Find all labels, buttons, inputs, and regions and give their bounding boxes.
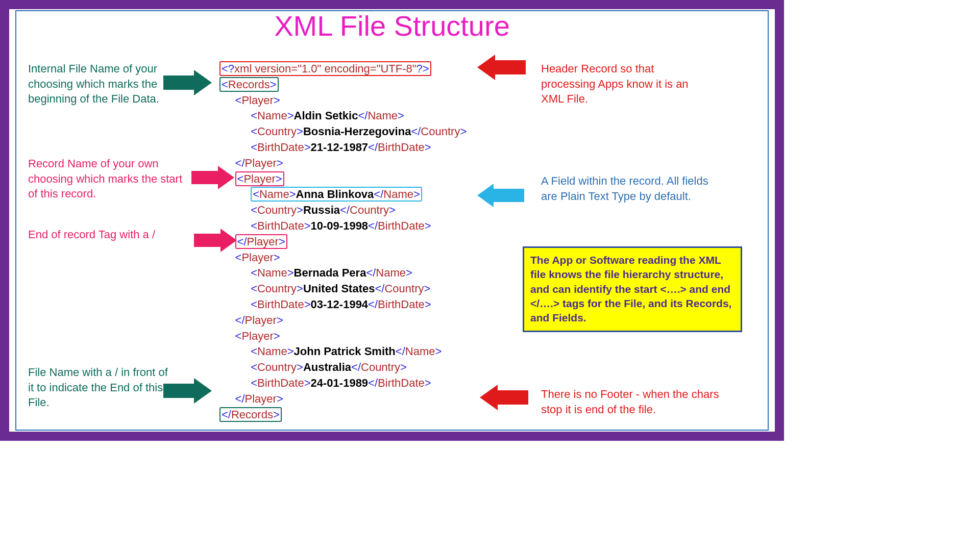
page-title: XML File Structure bbox=[0, 9, 784, 42]
annotation-end-record: End of record Tag with a / bbox=[28, 227, 197, 242]
xml-code-block: <?xml version="1.0" encoding="UTF-8"?> <… bbox=[219, 61, 536, 422]
annotation-file-name: Internal File Name of your choosing whic… bbox=[28, 61, 174, 107]
annotation-no-footer: There is no Footer - when the chars stop… bbox=[541, 387, 730, 417]
note-box: The App or Software reading the XML file… bbox=[523, 246, 742, 332]
annotation-field: A Field within the record. All fields ar… bbox=[541, 173, 715, 204]
annotation-record-name: Record Name of your own choosing which m… bbox=[28, 156, 186, 202]
annotation-end-file: File Name with a / in front of it to ind… bbox=[28, 365, 176, 410]
annotation-header: Header Record so that processing Apps kn… bbox=[541, 61, 694, 107]
